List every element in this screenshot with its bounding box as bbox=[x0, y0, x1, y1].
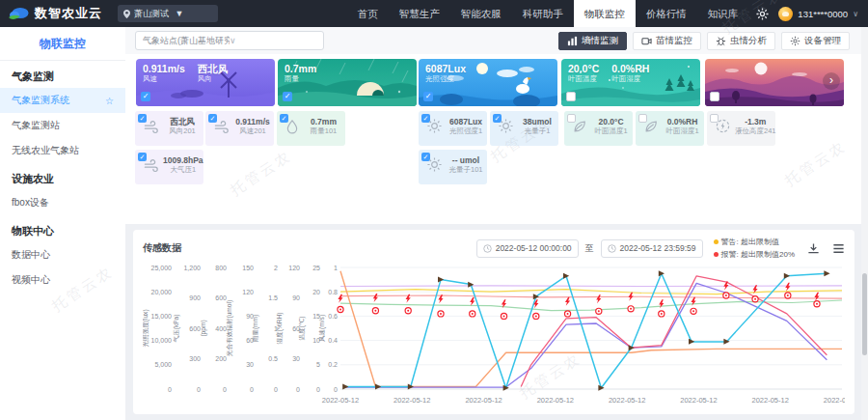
card-checkbox[interactable] bbox=[566, 92, 576, 101]
sensor-tile[interactable]: 20.0°C叶面温度1 bbox=[564, 111, 633, 146]
sensor-tile[interactable]: -1.3m液位高度241 bbox=[707, 111, 775, 146]
svg-text:20: 20 bbox=[312, 289, 320, 295]
svg-text:90: 90 bbox=[292, 294, 300, 301]
page-scrollbar[interactable] bbox=[861, 27, 868, 420]
weather-card-rain[interactable]: 0.7mm雨量✓ bbox=[278, 59, 417, 106]
chevron-down-icon: ∨ bbox=[853, 10, 858, 18]
username: 131****0000 bbox=[798, 9, 848, 19]
date-from-value: 2022-05-12 00:00:00 bbox=[496, 243, 572, 253]
tile-label: 光量子1 bbox=[518, 126, 556, 135]
svg-text:5,000: 5,000 bbox=[154, 361, 172, 368]
card-checkbox[interactable]: ✓ bbox=[283, 92, 292, 101]
toolbar-button-label: 虫情分析 bbox=[730, 35, 767, 47]
nav-item[interactable]: 价格行情 bbox=[636, 0, 697, 27]
svg-text:120: 120 bbox=[242, 289, 254, 295]
card-value: 0.911m/s bbox=[143, 63, 185, 74]
card-checkbox[interactable]: ✓ bbox=[423, 92, 433, 101]
card-checkbox[interactable] bbox=[710, 92, 719, 101]
chart-body[interactable]: 05,00010,00015,00020,00025,000光照强度(lux)0… bbox=[143, 262, 845, 412]
gauge-icon bbox=[715, 118, 731, 134]
date-from-input[interactable]: 2022-05-12 00:00:00 bbox=[476, 239, 579, 258]
svg-text:0: 0 bbox=[334, 386, 338, 393]
device-select[interactable]: 气象站点(萧山基地研究所活动) ∨ bbox=[135, 31, 324, 50]
nav-item[interactable]: 智慧生产 bbox=[389, 0, 450, 27]
star-icon[interactable]: ☆ bbox=[105, 96, 114, 106]
bars-icon bbox=[567, 36, 578, 46]
card-value: 0.0%RH bbox=[611, 63, 649, 74]
nav-item[interactable]: 知识库 bbox=[697, 0, 749, 27]
toolbar-button[interactable]: 苗情监控 bbox=[633, 32, 701, 50]
scrollbar-thumb[interactable] bbox=[862, 273, 867, 355]
svg-text:30: 30 bbox=[292, 355, 300, 362]
svg-text:2022-05-12: 2022-05-12 bbox=[537, 396, 574, 405]
sensor-data-card: 传感数据 2022-05-12 00:00:00 至 2022-05-12 23 bbox=[133, 230, 854, 414]
sidebar-item[interactable]: 气象监测系统☆ bbox=[0, 88, 125, 113]
sidebar-item[interactable]: 数据中心 bbox=[0, 242, 125, 267]
card-value: 20.0°C bbox=[568, 63, 599, 74]
card-value: 6087Lux bbox=[425, 63, 466, 74]
nav-item[interactable]: 首页 bbox=[347, 0, 389, 27]
svg-text:25,000: 25,000 bbox=[151, 265, 173, 271]
device-manage-button[interactable]: 设备管理 bbox=[781, 32, 850, 50]
download-icon[interactable] bbox=[807, 242, 820, 255]
sidebar-item[interactable]: 气象监测站 bbox=[0, 113, 125, 138]
date-to-input[interactable]: 2022-05-12 23:59:59 bbox=[601, 239, 703, 258]
card-readings: 6087Lux光照强度 bbox=[425, 63, 466, 83]
brand: 数智农业云 bbox=[0, 5, 112, 22]
sidebar-item-label: fbox设备 bbox=[12, 196, 114, 210]
carousel-next-button[interactable]: › bbox=[823, 72, 840, 90]
sensor-tile[interactable]: ✓6087Lux光照强度1 bbox=[419, 111, 487, 146]
sensor-tile[interactable]: ✓0.911m/s风速201 bbox=[205, 111, 274, 146]
tile-label: 风向201 bbox=[163, 126, 202, 135]
warning-bolt-icon bbox=[438, 294, 443, 303]
sensor-tile[interactable]: 0.0%RH叶面湿度1 bbox=[636, 111, 704, 146]
sensor-tile[interactable]: ✓1009.8hPa大气压1 bbox=[135, 150, 203, 184]
svg-text:0.6: 0.6 bbox=[328, 313, 338, 320]
svg-text:20,000: 20,000 bbox=[151, 289, 173, 295]
settings-gear-icon[interactable] bbox=[756, 8, 769, 20]
svg-text:0: 0 bbox=[296, 386, 300, 393]
warning-dot bbox=[714, 239, 719, 244]
sensor-tile[interactable]: ✓-- umol光量子101 bbox=[419, 150, 487, 184]
sidebar-item[interactable]: fbox设备 bbox=[0, 190, 125, 215]
wind-icon bbox=[213, 118, 230, 134]
legend-alarm: 报警: 超出限制值20% bbox=[714, 249, 795, 260]
svg-text:2022-05-12: 2022-05-12 bbox=[393, 396, 430, 405]
drop-icon bbox=[285, 119, 300, 134]
weather-card-light[interactable]: 6087Lux光照强度✓ bbox=[419, 59, 557, 106]
sensor-tile[interactable]: ✓38umol光量子1 bbox=[490, 111, 558, 146]
sidebar-item[interactable]: 视频中心 bbox=[0, 267, 125, 293]
tile-value: -1.3m bbox=[735, 117, 776, 126]
tile-value: 0.7mm bbox=[304, 117, 343, 126]
toolbar-button[interactable]: 墒情监测 bbox=[558, 32, 627, 50]
monitor-panel: 气象站点(萧山基地研究所活动) ∨ 墒情监测苗情监控虫情分析设备管理 0.911… bbox=[125, 27, 861, 224]
svg-text:2022-05-12: 2022-05-12 bbox=[322, 396, 359, 405]
card-checkbox[interactable]: ✓ bbox=[141, 92, 150, 101]
wind-icon bbox=[143, 118, 159, 134]
tile-value: 6087Lux bbox=[447, 117, 485, 126]
sun-icon bbox=[426, 118, 443, 134]
sidebar-sections: 气象监测气象监测系统☆气象监测站无线农业气象站设施农业fbox设备物联中心数据中… bbox=[0, 61, 125, 293]
list-menu-icon[interactable] bbox=[832, 242, 845, 255]
card-label: 风速 bbox=[143, 74, 185, 83]
user-menu[interactable]: 131****0000 ∨ bbox=[778, 7, 858, 21]
weather-card-leaf[interactable]: 20.0°C叶面温度0.0%RH叶面湿度 bbox=[561, 59, 700, 106]
toolbar-button[interactable]: 虫情分析 bbox=[707, 32, 775, 50]
pin-icon bbox=[123, 10, 130, 18]
alarm-dot bbox=[714, 252, 719, 257]
sidebar-item-label: 无线农业气象站 bbox=[12, 144, 114, 157]
sidebar-item[interactable]: 无线农业气象站 bbox=[0, 138, 125, 163]
line-red bbox=[521, 276, 827, 387]
svg-text:0.2: 0.2 bbox=[328, 361, 338, 368]
tile-value: -- umol bbox=[447, 155, 485, 165]
weather-card-wind[interactable]: 0.911m/s风速西北风风向✓ bbox=[136, 59, 275, 106]
clock-icon bbox=[483, 244, 492, 253]
sensor-tile[interactable]: ✓西北风风向201 bbox=[135, 111, 203, 146]
sensor-tile[interactable]: ✓0.7mm雨量101 bbox=[277, 111, 345, 146]
nav-item[interactable]: 智能农服 bbox=[450, 0, 512, 27]
nav-item[interactable]: 科研助手 bbox=[512, 0, 574, 27]
weather-card-sunset[interactable]: › bbox=[705, 59, 844, 106]
nav-item[interactable]: 物联监控 bbox=[574, 0, 636, 27]
card-label: 风向 bbox=[198, 74, 229, 83]
location-select[interactable]: 萧山测试 ▼ bbox=[118, 5, 218, 22]
